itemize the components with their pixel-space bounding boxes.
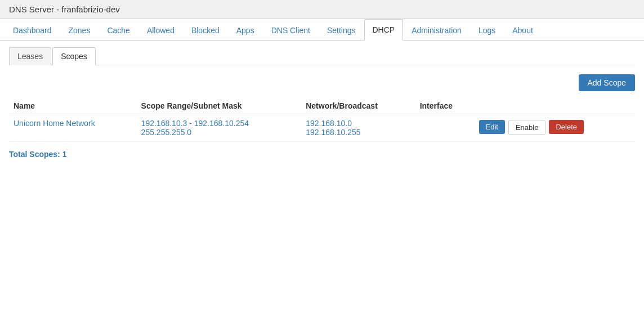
enable-button[interactable]: Enable — [508, 120, 545, 135]
scope-actions: EditEnableDelete — [475, 114, 636, 142]
nav-tab-zones[interactable]: Zones — [60, 20, 99, 41]
delete-button[interactable]: Delete — [549, 120, 584, 134]
total-scopes: Total Scopes: 1 — [9, 150, 635, 159]
nav-tab-blocked[interactable]: Blocked — [183, 20, 228, 41]
scope-interface — [415, 114, 475, 142]
scope-name[interactable]: Unicorn Home Network — [9, 114, 137, 142]
scope-network: 192.168.10.0192.168.10.255 — [301, 114, 415, 142]
sub-tabs: LeasesScopes — [9, 47, 635, 65]
sub-tab-scopes[interactable]: Scopes — [52, 47, 96, 65]
total-value: 1 — [62, 150, 67, 159]
nav-tab-settings[interactable]: Settings — [319, 20, 364, 41]
nav-tab-dhcp[interactable]: DHCP — [364, 19, 404, 41]
col-header-scope_range: Scope Range/Subnet Mask — [137, 98, 302, 114]
scope-range: 192.168.10.3 - 192.168.10.254255.255.255… — [137, 114, 302, 142]
page-header: DNS Server - franfabrizio-dev — [0, 0, 644, 19]
total-label: Total Scopes: — [9, 150, 60, 159]
scope-range-line1: 192.168.10.3 - 192.168.10.254 — [141, 119, 249, 128]
table-body: Unicorn Home Network192.168.10.3 - 192.1… — [9, 114, 635, 142]
toolbar: Add Scope — [9, 74, 635, 91]
network-line2: 192.168.10.255 — [306, 128, 360, 137]
nav-tab-allowed[interactable]: Allowed — [138, 20, 183, 41]
nav-tab-logs[interactable]: Logs — [470, 20, 504, 41]
nav-tab-cache[interactable]: Cache — [99, 20, 138, 41]
nav-tab-administration[interactable]: Administration — [403, 20, 470, 41]
col-header-actions — [475, 98, 636, 114]
nav-tab-about[interactable]: About — [504, 20, 542, 41]
nav-tab-apps[interactable]: Apps — [228, 20, 263, 41]
add-scope-button[interactable]: Add Scope — [579, 74, 636, 91]
scopes-table: NameScope Range/Subnet MaskNetwork/Broad… — [9, 98, 635, 142]
col-header-name: Name — [9, 98, 137, 114]
col-header-network_broadcast: Network/Broadcast — [301, 98, 415, 114]
table-header-row: NameScope Range/Subnet MaskNetwork/Broad… — [9, 98, 635, 114]
action-buttons-group: EditEnableDelete — [479, 119, 631, 135]
nav-bar: DashboardZonesCacheAllowedBlockedAppsDNS… — [0, 19, 644, 41]
network-line1: 192.168.10.0 — [306, 119, 352, 128]
sub-tab-leases[interactable]: Leases — [9, 47, 51, 65]
main-content: LeasesScopes Add Scope NameScope Range/S… — [0, 41, 644, 165]
nav-tab-dashboard[interactable]: Dashboard — [5, 20, 60, 41]
col-header-interface: Interface — [415, 98, 475, 114]
table-row: Unicorn Home Network192.168.10.3 - 192.1… — [9, 114, 635, 142]
nav-tab-dns-client[interactable]: DNS Client — [263, 20, 319, 41]
scope-range-line2: 255.255.255.0 — [141, 128, 192, 137]
page-title: DNS Server - franfabrizio-dev — [9, 5, 120, 14]
edit-button[interactable]: Edit — [479, 120, 505, 134]
